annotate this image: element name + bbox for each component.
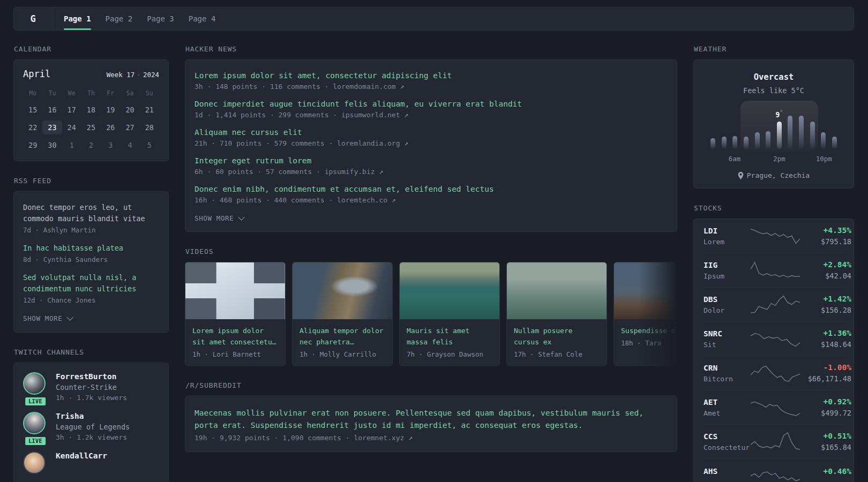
subreddit-post[interactable]: Maecenas mollis pulvinar erat non posuer… [194, 407, 668, 442]
stock-row[interactable]: AHS+0.46% [702, 458, 845, 482]
story-domain-link[interactable]: loremtech.co [337, 196, 392, 204]
calendar-day: 20 [120, 103, 139, 117]
tab-page-4[interactable]: Page 4 [189, 7, 216, 30]
channel-name[interactable]: KendallCarr [56, 451, 107, 460]
weekday-header: Tu [42, 87, 62, 99]
rss-item-title[interactable]: In hac habitasse platea [23, 243, 159, 254]
video-title[interactable]: Mauris sit amet massa felis [407, 325, 492, 348]
calendar-widget: CALENDAR April Week 17·2024 MoTuWeThFrSa… [13, 45, 169, 161]
story-meta: 3h · 148 points · 116 comments · loremdo… [194, 82, 668, 91]
story-meta: 16h · 468 points · 440 comments · loremt… [194, 196, 668, 204]
hackernews-story[interactable]: Aliquam nec cursus elit21h · 710 points … [194, 128, 668, 147]
stock-name: Amet [704, 409, 751, 417]
story-title[interactable]: Lorem ipsum dolor sit amet, consectetur … [194, 71, 668, 80]
video-card[interactable]: Mauris sit amet massa felis7h · Grayson … [399, 262, 500, 366]
stock-row[interactable]: IIGIpsum+2.84%$42.04 [702, 253, 845, 287]
hour-label: 10pm [816, 155, 832, 163]
calendar-day: 1 [62, 138, 81, 152]
stock-ticker[interactable]: SNRC [704, 329, 751, 338]
weather-bars [707, 101, 841, 153]
video-thumbnail[interactable] [614, 262, 677, 319]
post-domain-link[interactable]: loremnet.xyz [354, 434, 408, 442]
video-meta: 1h · Lori Barnett [192, 350, 278, 358]
channel-name[interactable]: ForrestBurton [56, 372, 127, 381]
calendar-day: 16 [42, 103, 62, 117]
video-thumbnail[interactable] [400, 262, 499, 319]
stock-row[interactable]: LDILorem+4.35%$795.18 [702, 219, 845, 253]
video-card[interactable]: Suspendisse diam18h · Tara [613, 262, 677, 366]
stock-sparkline [751, 363, 800, 383]
stock-row[interactable]: CRNBitcorn-1.00%$66,171.48 [702, 356, 845, 390]
stock-change: -1.00% [800, 363, 851, 372]
channel-meta: 1h · 1.7k viewers [56, 394, 127, 402]
story-domain-link[interactable]: loremdomain.com [333, 82, 400, 91]
weather-bar [722, 137, 727, 149]
video-title[interactable]: Aliquam tempor dolor nec pharetra… [300, 325, 385, 348]
video-title[interactable]: Nullam posuere cursus ex [514, 325, 600, 348]
left-column: CALENDAR April Week 17·2024 MoTuWeThFrSa… [13, 45, 169, 482]
video-card[interactable]: Lorem ipsum dolor sit amet consectetu…1h… [185, 262, 286, 366]
stock-row[interactable]: CCSConsectetur+0.51%$165.84 [702, 424, 845, 458]
tab-page-3[interactable]: Page 3 [147, 7, 174, 30]
rss-widget: RSS FEED Donec tempor eros leo, ut commo… [13, 177, 169, 333]
rss-show-more-button[interactable]: SHOW MORE [23, 314, 71, 322]
stock-ticker[interactable]: IIG [704, 261, 751, 269]
tab-page-1[interactable]: Page 1 [64, 7, 91, 30]
tab-page-2[interactable]: Page 2 [106, 7, 133, 30]
post-meta: 19h · 9,932 points · 1,090 comments · lo… [194, 434, 668, 442]
video-title[interactable]: Lorem ipsum dolor sit amet consectetu… [192, 325, 278, 348]
stock-ticker[interactable]: LDI [704, 227, 751, 235]
hackernews-card: Lorem ipsum dolor sit amet, consectetur … [185, 59, 677, 232]
rss-item[interactable]: In hac habitasse platea8d · Cynthia Saun… [23, 243, 159, 263]
calendar-day: 3 [101, 138, 120, 152]
stock-sparkline [751, 432, 800, 451]
hackernews-show-more-button[interactable]: SHOW MORE [194, 214, 243, 222]
twitch-channel-row[interactable]: LIVETrishaLeague of Legends3h · 1.2k vie… [23, 412, 159, 441]
twitch-channel-row[interactable]: KendallCarr [23, 451, 159, 474]
video-thumbnail[interactable] [293, 262, 392, 319]
video-thumbnail[interactable] [507, 262, 607, 319]
stock-change: +2.84% [800, 260, 851, 269]
stock-price: $148.64 [800, 340, 851, 349]
story-title[interactable]: Donec imperdiet augue tincidunt felis al… [194, 100, 668, 108]
stock-price: $795.18 [800, 237, 851, 246]
hackernews-story[interactable]: Donec imperdiet augue tincidunt felis al… [194, 100, 668, 119]
stock-ticker[interactable]: CRN [704, 364, 751, 372]
story-title[interactable]: Integer eget rutrum lorem [194, 156, 668, 165]
hackernews-story[interactable]: Integer eget rutrum lorem6h · 60 points … [194, 156, 668, 176]
video-card[interactable]: Aliquam tempor dolor nec pharetra…1h · M… [292, 262, 393, 366]
stock-ticker[interactable]: DBS [704, 295, 751, 304]
stock-sparkline [751, 260, 800, 280]
story-title[interactable]: Aliquam nec cursus elit [194, 128, 668, 137]
stock-row[interactable]: AETAmet+0.92%$499.72 [702, 390, 845, 424]
stock-ticker[interactable]: CCS [704, 432, 751, 441]
video-title[interactable]: Suspendisse diam [621, 325, 677, 336]
stock-row[interactable]: SNRCSit+1.36%$148.64 [702, 321, 845, 356]
rss-item[interactable]: Sed volutpat nulla nisl, a condimentum n… [23, 272, 159, 304]
twitch-channel-row[interactable]: LIVEForrestBurtonCounter-Strike1h · 1.7k… [23, 372, 159, 402]
rss-item-title[interactable]: Sed volutpat nulla nisl, a condimentum n… [23, 272, 159, 295]
video-thumbnail[interactable] [185, 262, 285, 319]
story-title[interactable]: Donec enim nibh, condimentum et accumsan… [194, 185, 668, 193]
hackernews-story[interactable]: Lorem ipsum dolor sit amet, consectetur … [194, 71, 668, 91]
twitch-label: TWITCH CHANNELS [14, 348, 169, 356]
story-domain-link[interactable]: loremlandia.org [337, 139, 404, 147]
story-domain-link[interactable]: ipsumworld.net [341, 111, 404, 119]
stock-change: +0.92% [800, 397, 851, 406]
weather-widget: WEATHER Overcast Feels like 5°C 9° 6am2p… [693, 45, 854, 189]
hackernews-story[interactable]: Donec enim nibh, condimentum et accumsan… [194, 185, 668, 204]
stock-ticker[interactable]: AHS [704, 467, 751, 476]
video-card[interactable]: Nullam posuere cursus ex17h · Stefan Col… [506, 262, 607, 366]
story-domain-link[interactable]: ipsumify.biz [325, 168, 379, 176]
channel-name[interactable]: Trisha [56, 412, 130, 420]
weather-hourly-chart: 9° [707, 101, 841, 153]
hour-label: 6am [729, 155, 741, 163]
app-logo[interactable]: G [14, 7, 52, 30]
post-title[interactable]: Maecenas mollis pulvinar erat non posuer… [194, 407, 668, 432]
map-pin-icon [738, 172, 744, 179]
stock-row[interactable]: DBSDolor+1.42%$156.28 [702, 287, 845, 321]
rss-item-title[interactable]: Donec tempor eros leo, ut commodo mauris… [23, 202, 159, 224]
rss-item[interactable]: Donec tempor eros leo, ut commodo mauris… [23, 202, 159, 234]
calendar-label: CALENDAR [14, 45, 169, 53]
stock-ticker[interactable]: AET [704, 398, 751, 406]
